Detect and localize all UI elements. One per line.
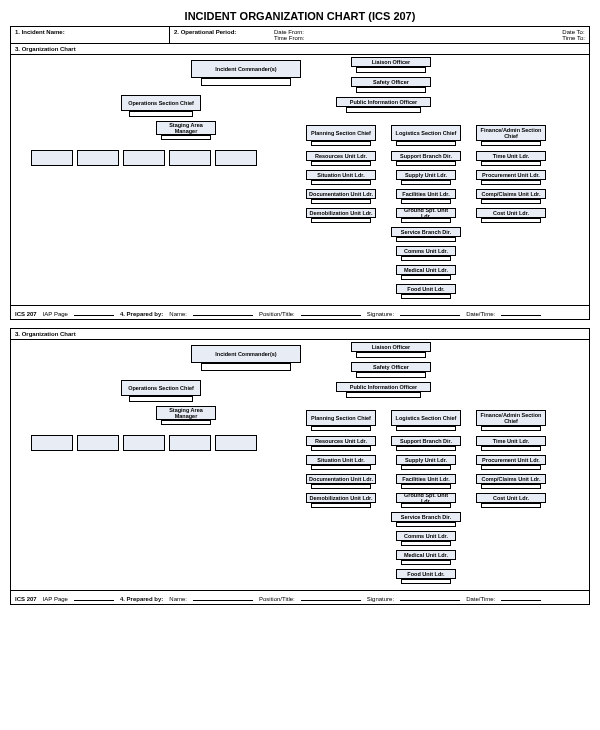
prepared-label-2: 4. Prepared by:	[120, 596, 163, 602]
box-resources-2: Resources Unit Ldr.	[306, 436, 376, 446]
form-page-1: 1. Incident Name: 2. Operational Period:…	[10, 26, 590, 320]
iap-page-label: IAP Page	[43, 311, 68, 317]
op-period-label: 2. Operational Period:	[174, 29, 274, 41]
position-label: Position/Title:	[259, 311, 295, 317]
box-logistics-chief: Logistics Section Chief	[391, 125, 461, 141]
operational-period: 2. Operational Period: Date From:Time Fr…	[170, 27, 589, 43]
signature-field-2[interactable]	[400, 593, 460, 601]
sub-supply	[401, 180, 451, 185]
signature-field[interactable]	[400, 308, 460, 316]
sub-cost	[481, 218, 541, 223]
box-branch-4	[169, 150, 211, 166]
sub-med-2	[401, 560, 451, 565]
box-time-2: Time Unit Ldr.	[476, 436, 546, 446]
box-branch-5-2	[215, 435, 257, 451]
box-comp-2: Comp/Claims Unit Ldr.	[476, 474, 546, 484]
sub-proc	[481, 180, 541, 185]
box-planning-chief: Planning Section Chief	[306, 125, 376, 141]
page-title: INCIDENT ORGANIZATION CHART (ICS 207)	[10, 10, 590, 22]
name-field-2[interactable]	[193, 593, 253, 601]
sub-logistics-2	[396, 426, 456, 431]
box-procurement: Procurement Unit Ldr.	[476, 170, 546, 180]
box-pio: Public Information Officer	[336, 97, 431, 107]
box-cost-2: Cost Unit Ldr.	[476, 493, 546, 503]
sub-fac-2	[401, 484, 451, 489]
iap-page-label-2: IAP Page	[43, 596, 68, 602]
time-to: Time To:	[562, 35, 585, 41]
sub-staging	[161, 135, 211, 140]
sub-supply-2	[401, 465, 451, 470]
box-pio-2: Public Information Officer	[336, 382, 431, 392]
sub-food	[401, 294, 451, 299]
header-row: 1. Incident Name: 2. Operational Period:…	[11, 27, 589, 44]
sub-ic-2	[201, 363, 291, 371]
ics-code: ICS 207	[15, 311, 37, 317]
sub-sit	[311, 180, 371, 185]
box-logistics-chief-2: Logistics Section Chief	[391, 410, 461, 426]
box-branch-1-2	[31, 435, 73, 451]
sub-planning-2	[311, 426, 371, 431]
signature-label: Signature:	[367, 311, 394, 317]
iap-page-field[interactable]	[74, 308, 114, 316]
box-service-branch: Service Branch Dir.	[391, 227, 461, 237]
sub-sit-2	[311, 465, 371, 470]
datetime-field[interactable]	[501, 308, 541, 316]
sub-svc	[396, 237, 456, 242]
ics-code-2: ICS 207	[15, 596, 37, 602]
box-branch-2-2	[77, 435, 119, 451]
box-planning-chief-2: Planning Section Chief	[306, 410, 376, 426]
datetime-label: Date/Time:	[466, 311, 495, 317]
sub-comp	[481, 199, 541, 204]
org-chart-2: Incident Commander(s) Liaison Officer Sa…	[11, 340, 589, 590]
incident-name-label: 1. Incident Name:	[11, 27, 170, 43]
position-field-2[interactable]	[301, 593, 361, 601]
box-situation-2: Situation Unit Ldr.	[306, 455, 376, 465]
box-medical-2: Medical Unit Ldr.	[396, 550, 456, 560]
box-cost: Cost Unit Ldr.	[476, 208, 546, 218]
sub-finance	[481, 141, 541, 146]
position-field[interactable]	[301, 308, 361, 316]
datetime-label-2: Date/Time:	[466, 596, 495, 602]
sub-safety	[356, 87, 426, 93]
name-field[interactable]	[193, 308, 253, 316]
sub-staging-2	[161, 420, 211, 425]
sub-svc-2	[396, 522, 456, 527]
box-incident-commander: Incident Commander(s)	[191, 60, 301, 78]
sub-ground	[401, 218, 451, 223]
box-ops-chief: Operations Section Chief	[121, 95, 201, 111]
box-support-branch-2: Support Branch Dir.	[391, 436, 461, 446]
sub-planning	[311, 141, 371, 146]
sub-fac	[401, 199, 451, 204]
sub-doc	[311, 199, 371, 204]
sub-comms-2	[401, 541, 451, 546]
box-demob-2: Demobilization Unit Ldr.	[306, 493, 376, 503]
sub-sup-2	[396, 446, 456, 451]
box-facilities-2: Facilities Unit Ldr.	[396, 474, 456, 484]
box-branch-5	[215, 150, 257, 166]
box-branch-3-2	[123, 435, 165, 451]
sub-finance-2	[481, 426, 541, 431]
iap-page-field-2[interactable]	[74, 593, 114, 601]
org-chart: Incident Commander(s) Liaison Officer Sa…	[11, 55, 589, 305]
box-safety: Safety Officer	[351, 77, 431, 87]
box-resources: Resources Unit Ldr.	[306, 151, 376, 161]
box-branch-2	[77, 150, 119, 166]
sub-ops	[129, 111, 193, 117]
datetime-field-2[interactable]	[501, 593, 541, 601]
box-finance-chief: Finance/Admin Section Chief	[476, 125, 546, 141]
box-service-branch-2: Service Branch Dir.	[391, 512, 461, 522]
box-demob: Demobilization Unit Ldr.	[306, 208, 376, 218]
box-comp: Comp/Claims Unit Ldr.	[476, 189, 546, 199]
box-food-2: Food Unit Ldr.	[396, 569, 456, 579]
box-facilities: Facilities Unit Ldr.	[396, 189, 456, 199]
box-comms-2: Comms Unit Ldr.	[396, 531, 456, 541]
box-ground-2: Ground Spt. Unit Ldr.	[396, 493, 456, 503]
box-safety-2: Safety Officer	[351, 362, 431, 372]
prepared-label: 4. Prepared by:	[120, 311, 163, 317]
box-branch-3	[123, 150, 165, 166]
box-incident-commander-2: Incident Commander(s)	[191, 345, 301, 363]
sub-res	[311, 161, 371, 166]
box-comms: Comms Unit Ldr.	[396, 246, 456, 256]
sub-ground-2	[401, 503, 451, 508]
sub-comp-2	[481, 484, 541, 489]
